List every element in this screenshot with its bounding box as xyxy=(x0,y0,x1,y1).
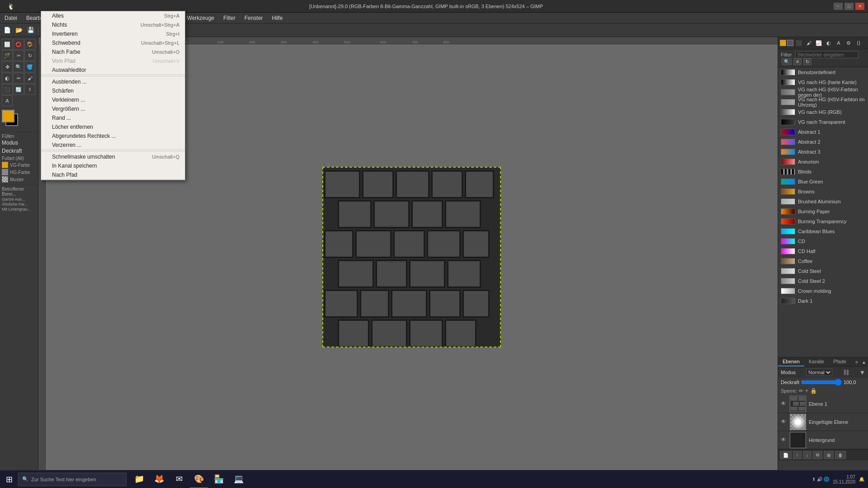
filter-input[interactable] xyxy=(795,51,859,58)
start-button[interactable]: ⊞ xyxy=(0,470,18,488)
gradient-item[interactable]: Abstract 3 xyxy=(778,147,868,157)
menu-datei[interactable]: Datei xyxy=(0,13,22,23)
new-layer-button[interactable]: 📄 xyxy=(780,451,792,459)
gradient-item[interactable]: VG nach HG (harte Kante) xyxy=(778,77,868,87)
delete-layer-button[interactable]: 🗑 xyxy=(835,451,846,459)
menu-verzerren[interactable]: Verzerren ... xyxy=(41,141,185,150)
menu-fenster[interactable]: Fenster xyxy=(240,13,268,23)
rp-symmetry-icon[interactable]: ⟨⟩ xyxy=(854,38,863,47)
menu-hilfe[interactable]: Hilfe xyxy=(267,13,287,23)
gradient-item[interactable]: Caribbean Blues xyxy=(778,226,868,236)
save-icon[interactable]: 💾 xyxy=(25,25,36,36)
menu-nach-farbe[interactable]: Nach Farbe Umschalt+O xyxy=(41,47,185,56)
tool-blend[interactable]: ◐ xyxy=(2,73,13,84)
open-icon[interactable]: 📂 xyxy=(14,25,24,36)
rp-fill-icon[interactable]: ◐ xyxy=(824,38,833,47)
tool-select-rect[interactable]: ⬜ xyxy=(2,39,13,50)
taskbar-mail[interactable]: ✉ xyxy=(170,470,188,488)
gradient-item[interactable]: Brushed Aluminium xyxy=(778,197,868,206)
minimize-button[interactable]: − xyxy=(834,3,843,10)
gradient-item[interactable]: Browns xyxy=(778,187,868,197)
menu-abgerundetes-rechteck[interactable]: Abgerundetes Rechteck ... xyxy=(41,131,185,141)
menu-invertieren[interactable]: Invertieren Strg+I xyxy=(41,29,185,38)
tool-zoom[interactable]: 🔍 xyxy=(13,61,24,72)
lower-layer-button[interactable]: ↓ xyxy=(803,451,811,459)
maximize-button[interactable]: □ xyxy=(844,3,854,10)
gradient-item[interactable]: Crown molding xyxy=(778,286,868,296)
rp-pattern-icon[interactable]: ⬛ xyxy=(794,38,803,47)
gradient-item[interactable]: VG nach HG (RGB) xyxy=(778,107,868,117)
tool-heal[interactable]: ⚕ xyxy=(24,84,35,95)
menu-rand[interactable]: Rand ... xyxy=(41,113,185,122)
layer-item[interactable]: 👁 Eingefügte Ebene xyxy=(778,413,868,431)
menu-auswahleditor[interactable]: Auswahleditor xyxy=(41,66,185,75)
menu-scharfen[interactable]: Schärfen xyxy=(41,86,185,95)
gradient-item[interactable]: Abstract 1 xyxy=(778,127,868,137)
tray-notification[interactable]: 🔔 xyxy=(859,477,864,482)
tab-kanale[interactable]: Kanäle xyxy=(804,357,829,366)
new-icon[interactable]: 📄 xyxy=(2,25,13,36)
layer-visibility-icon[interactable]: 👁 xyxy=(781,436,788,444)
tool-brush[interactable]: 🖌 xyxy=(24,73,35,84)
tool-crop[interactable]: ✂ xyxy=(13,50,24,61)
menu-verkleinern[interactable]: Verkleinern ... xyxy=(41,95,185,104)
mode-select[interactable]: Normal xyxy=(806,369,832,376)
layer-item[interactable]: 👁 Hintergrund xyxy=(778,431,868,449)
panel-options-button[interactable]: ≡ xyxy=(854,357,860,366)
gradient-item[interactable]: CD Half xyxy=(778,246,868,256)
filter-clear-button[interactable]: ✕ xyxy=(793,58,802,65)
tool-rotate[interactable]: ↻ xyxy=(24,50,35,61)
foreground-color-swatch[interactable] xyxy=(2,110,14,122)
gradient-item[interactable]: Blinds xyxy=(778,167,868,177)
tool-select-ellipse[interactable]: ⭕ xyxy=(13,39,24,50)
tab-pfade[interactable]: Pfade xyxy=(829,357,851,366)
tab-ebenen[interactable]: Ebenen xyxy=(778,357,804,366)
gradient-item[interactable]: Blue Green xyxy=(778,177,868,187)
merge-layer-button[interactable]: ⊞ xyxy=(824,451,834,459)
rp-brush-icon[interactable]: 🖌 xyxy=(804,38,813,47)
gradient-item[interactable]: Dark 1 xyxy=(778,296,868,306)
gradient-item[interactable]: VG nach HG (HSV-Farbton gegen der) xyxy=(778,87,868,97)
tool-move[interactable]: ✥ xyxy=(2,61,13,72)
gradient-item[interactable]: Aneurism xyxy=(778,157,868,167)
menu-schnellmaske[interactable]: Schnellmaske umschalten Umschalt+Q xyxy=(41,152,185,161)
layer-visibility-icon[interactable]: 👁 xyxy=(781,418,788,426)
taskbar-terminal[interactable]: 💻 xyxy=(230,470,248,488)
filter-search-button[interactable]: 🔍 xyxy=(782,58,792,65)
gradient-item[interactable]: Cold Steel xyxy=(778,266,868,276)
gradient-item[interactable]: Benutzerdefiniert xyxy=(778,67,868,77)
tool-eraser[interactable]: ⬛ xyxy=(2,84,13,95)
taskbar-files[interactable]: 📁 xyxy=(130,470,148,488)
menu-in-kanal-speichern[interactable]: In Kanal speichern xyxy=(41,161,185,170)
mode-chain-button[interactable]: ⛓ xyxy=(843,369,849,376)
taskbar-store[interactable]: 🏪 xyxy=(210,470,228,488)
menu-nichts[interactable]: Nichts Umschalt+Strg+A xyxy=(41,20,185,29)
gradient-item[interactable]: VG nach HG (HSV-Farbton im Uhrzeig) xyxy=(778,97,868,107)
tool-select-free[interactable]: 🪤 xyxy=(24,39,35,50)
gradient-item[interactable]: Burning Transparency xyxy=(778,216,868,226)
menu-nach-pfad[interactable]: Nach Pfad xyxy=(41,170,185,179)
menu-alles[interactable]: Alles Strg+A xyxy=(41,11,185,20)
tool-text[interactable]: A xyxy=(2,95,13,106)
filter-refresh-button[interactable]: ↻ xyxy=(803,58,811,65)
rp-background-icon[interactable] xyxy=(787,40,793,46)
tool-select-fuzzy[interactable]: 🪄 xyxy=(2,50,13,61)
tool-bucket[interactable]: 🪣 xyxy=(24,61,35,72)
close-button[interactable]: ✕ xyxy=(855,3,864,10)
layer-visibility-icon[interactable]: 👁 xyxy=(781,400,788,408)
rp-dynamics-icon[interactable]: 📈 xyxy=(814,38,823,47)
rp-tool-preset-icon[interactable]: ⚙ xyxy=(844,38,853,47)
opacity-slider[interactable] xyxy=(801,379,842,386)
lock-pixel-button[interactable]: ✏ xyxy=(799,388,803,394)
duplicate-layer-button[interactable]: ⧉ xyxy=(813,451,822,459)
layer-item[interactable]: 👁 xyxy=(778,395,868,413)
taskbar-browser[interactable]: 🦊 xyxy=(150,470,168,488)
gradient-item[interactable]: VG nach Transparent xyxy=(778,117,868,127)
tool-pencil[interactable]: ✏ xyxy=(13,73,24,84)
gradient-item[interactable]: Coffee xyxy=(778,256,868,266)
menu-schwebend[interactable]: Schwebend Umschalt+Strg+L xyxy=(41,38,185,47)
tool-clone[interactable]: 🔄 xyxy=(13,84,24,95)
lock-all-button[interactable]: 🔒 xyxy=(810,388,817,394)
mode-expand-button[interactable]: ▼ xyxy=(859,369,865,376)
rp-font-icon[interactable]: A xyxy=(834,38,843,47)
